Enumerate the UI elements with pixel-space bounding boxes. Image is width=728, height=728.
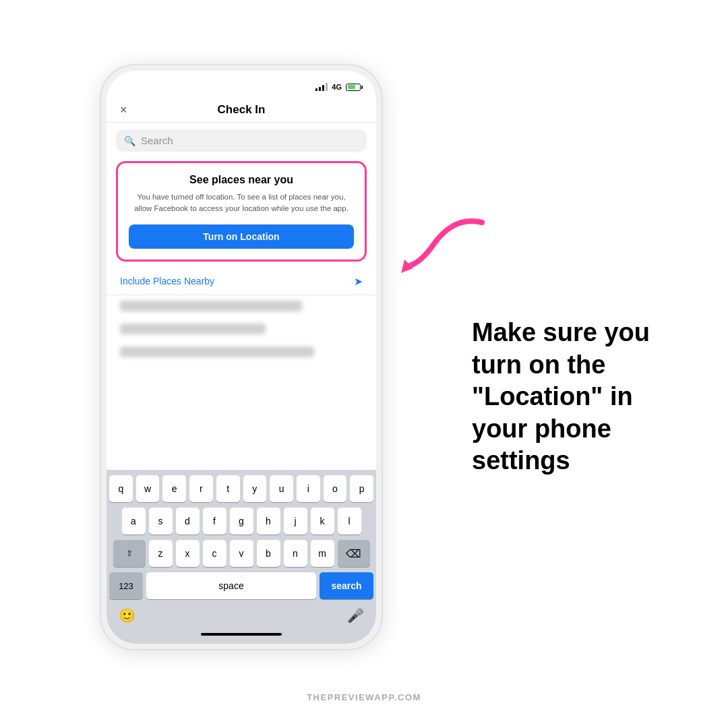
close-button[interactable]: ×: [120, 103, 127, 117]
key-a[interactable]: a: [122, 508, 146, 535]
home-bar: [109, 629, 373, 641]
signal-icon: [315, 83, 328, 91]
key-w[interactable]: w: [136, 475, 160, 502]
microphone-icon[interactable]: 🎤: [347, 607, 364, 624]
nav-bar: × Check In: [107, 98, 376, 123]
blurred-item: [120, 346, 314, 357]
key-e[interactable]: e: [162, 475, 186, 502]
location-card-description: You have turned off location. To see a l…: [129, 191, 354, 215]
blurred-item: [120, 324, 266, 334]
blurred-item: [120, 301, 302, 311]
key-t[interactable]: t: [216, 475, 240, 502]
key-r[interactable]: r: [189, 475, 213, 502]
nearby-label: Include Places Nearby: [120, 276, 214, 286]
search-key[interactable]: search: [320, 572, 373, 599]
keyboard-extras: 🙂 🎤: [109, 605, 373, 629]
key-x[interactable]: x: [176, 540, 200, 567]
keyboard-bottom-row: 123 space search: [109, 572, 373, 599]
key-b[interactable]: b: [257, 540, 280, 567]
key-u[interactable]: u: [270, 475, 293, 502]
key-s[interactable]: s: [149, 508, 173, 535]
keyboard: q w e r t y u i o p a s d f g h: [107, 470, 376, 644]
shift-key[interactable]: ⇧: [113, 540, 146, 567]
key-l[interactable]: l: [338, 508, 361, 535]
network-label: 4G: [332, 83, 342, 91]
key-i[interactable]: i: [297, 475, 320, 502]
battery-icon: [346, 84, 363, 91]
search-bar[interactable]: 🔍 Search: [116, 129, 367, 152]
location-card: See places near you You have turned off …: [116, 161, 367, 262]
nearby-row[interactable]: Include Places Nearby ➤: [107, 268, 376, 295]
key-p[interactable]: p: [350, 475, 373, 502]
key-d[interactable]: d: [176, 508, 200, 535]
key-c[interactable]: c: [203, 540, 226, 567]
key-v[interactable]: v: [230, 540, 253, 567]
key-k[interactable]: k: [311, 508, 334, 535]
turn-on-location-button[interactable]: Turn on Location: [129, 224, 354, 249]
emoji-icon[interactable]: 🙂: [119, 607, 135, 624]
space-key[interactable]: space: [146, 572, 316, 599]
key-q[interactable]: q: [109, 475, 133, 502]
keyboard-row-3: ⇧ z x c v b n m ⌫: [109, 540, 373, 567]
arrow-annotation: [394, 209, 489, 276]
key-j[interactable]: j: [284, 508, 307, 535]
keyboard-row-2: a s d f g h j k l: [109, 508, 373, 535]
key-o[interactable]: o: [324, 475, 347, 502]
instruction-text: Make sure you turn on the "Location" in …: [472, 317, 688, 477]
search-placeholder: Search: [141, 135, 173, 146]
key-m[interactable]: m: [311, 540, 334, 567]
key-n[interactable]: n: [284, 540, 307, 567]
numbers-key[interactable]: 123: [109, 572, 143, 599]
key-g[interactable]: g: [230, 508, 253, 535]
home-bar-line: [201, 633, 282, 636]
status-bar: 4G: [107, 71, 376, 98]
keyboard-row-1: q w e r t y u i o p: [109, 475, 373, 502]
phone-mockup: 4G × Check In 🔍 Search See pl: [100, 64, 383, 650]
location-arrow-icon: ➤: [354, 275, 363, 288]
key-f[interactable]: f: [203, 508, 226, 535]
nav-title: Check In: [218, 103, 266, 117]
footer-text: THEPREVIEWAPP.COM: [307, 692, 421, 702]
location-card-title: See places near you: [129, 174, 354, 186]
key-y[interactable]: y: [243, 475, 267, 502]
key-h[interactable]: h: [257, 508, 280, 535]
search-icon: 🔍: [124, 135, 135, 146]
key-z[interactable]: z: [149, 540, 173, 567]
backspace-key[interactable]: ⌫: [338, 540, 370, 567]
blurred-list: [107, 295, 376, 471]
